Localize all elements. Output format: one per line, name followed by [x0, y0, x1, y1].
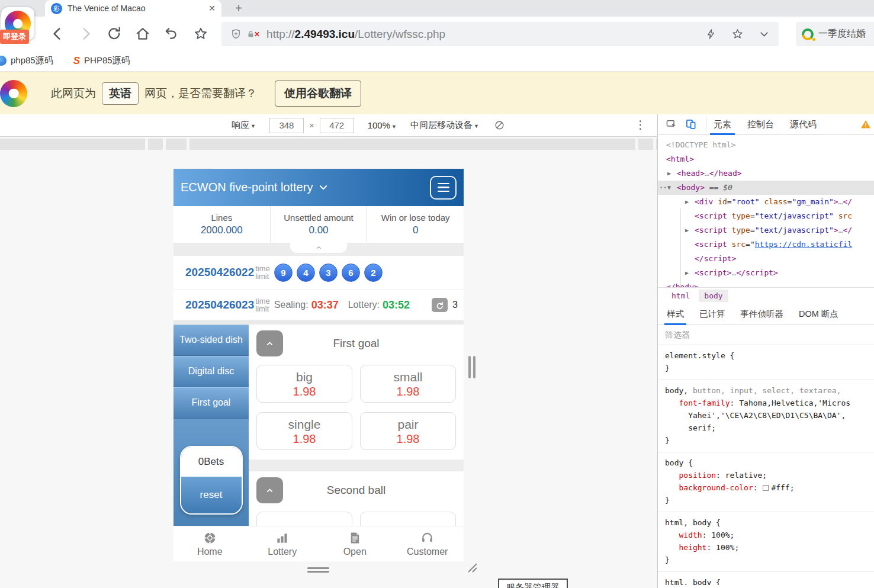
device-resize-handle-corner[interactable] — [467, 563, 478, 573]
device-resize-handle-bottom[interactable] — [307, 567, 329, 573]
devtools-tab-3[interactable]: 源代码 — [790, 114, 817, 135]
throttling-icon[interactable] — [494, 120, 505, 131]
css-rule[interactable]: body { position: relative; background-co… — [658, 452, 874, 512]
breadcrumb-body[interactable]: body — [699, 290, 728, 302]
styles-tab-4[interactable]: DOM 断点 — [799, 304, 838, 325]
favorite-star-icon[interactable] — [731, 28, 744, 40]
reset-button[interactable]: reset — [181, 477, 242, 513]
media-query-bar-segment[interactable] — [638, 139, 653, 150]
shield-plus-icon[interactable] — [230, 28, 242, 40]
chevron-down-icon[interactable] — [758, 28, 770, 40]
login-badge[interactable]: 即登录 — [0, 30, 29, 44]
expand-arrow-icon[interactable]: ▶ — [685, 223, 689, 237]
sidebar-item-two-sided-dish[interactable]: Two-sided dish — [173, 324, 249, 356]
new-tab-button[interactable]: + — [231, 1, 246, 16]
dom-node-line[interactable]: </body> — [658, 280, 874, 287]
browser-tab[interactable]: 彩 The Venice of Macao ✕ — [45, 0, 221, 17]
styles-tab-bar: 样式已计算事件侦听器DOM 断点 — [658, 304, 874, 325]
more-options-kebab-icon[interactable]: ⋮ — [635, 118, 646, 131]
bet-option-single[interactable]: single1.98 — [256, 412, 352, 450]
hamburger-menu-button[interactable] — [430, 176, 457, 200]
css-rule[interactable]: html, body { width: 100%; height: 100%;} — [658, 512, 874, 572]
nav-open[interactable]: Open — [319, 526, 391, 561]
bet-option-pair[interactable]: pair1.98 — [360, 412, 456, 450]
browser-tab-strip: 彩 The Venice of Macao ✕ + — [0, 0, 874, 17]
css-rule[interactable]: body, button, input, select, textarea, f… — [658, 380, 874, 452]
undo-button[interactable] — [163, 26, 179, 41]
dom-node-line[interactable]: ▶<head>…</head> — [658, 166, 874, 181]
styles-tab-3[interactable]: 事件侦听器 — [741, 304, 784, 325]
address-bar[interactable]: ✕ http://2.49493.icu/Lottery/wfssc.php — [221, 22, 779, 46]
search-box[interactable]: 一季度结婚 — [796, 22, 874, 46]
reload-button[interactable] — [107, 26, 122, 41]
expand-arrow-icon[interactable]: ▶ — [685, 195, 689, 209]
media-query-bar-segment[interactable] — [189, 139, 635, 150]
nav-lottery[interactable]: Lottery — [246, 526, 319, 561]
expand-arrow-icon[interactable]: ▶ — [667, 166, 671, 181]
dom-node-line[interactable]: •••▼<body> == $0 — [658, 181, 874, 195]
inspect-element-icon[interactable] — [666, 118, 677, 130]
dom-node-line[interactable]: <!DOCTYPE html> — [658, 138, 874, 152]
devtools-tab-1[interactable]: 元素 — [714, 114, 731, 135]
collapse-panel-tab[interactable] — [290, 243, 347, 253]
section-collapse-button[interactable] — [256, 330, 283, 356]
expand-arrow-icon[interactable]: ▶ — [685, 266, 689, 280]
section-collapse-button[interactable] — [256, 477, 283, 503]
forward-button[interactable] — [78, 26, 94, 41]
device-toolbar-toggle-icon[interactable] — [685, 118, 697, 130]
css-rule[interactable]: element.style {} — [658, 345, 874, 380]
warning-icon[interactable] — [860, 119, 871, 130]
home-button[interactable] — [135, 26, 150, 41]
zoom-dropdown[interactable]: 100%▼ — [368, 120, 397, 130]
search-query-text[interactable]: 一季度结婚 — [818, 28, 866, 40]
lightning-icon[interactable] — [705, 28, 717, 40]
dom-node-line[interactable]: ▶<script>…</script> — [658, 266, 874, 280]
styles-tab-2[interactable]: 已计算 — [699, 304, 725, 325]
color-swatch[interactable] — [763, 485, 769, 491]
account-stats-row: Lines 2000.000 Unsettled amount 0.00 Win… — [173, 206, 464, 243]
styles-filter-row[interactable]: 筛选器 — [658, 325, 874, 345]
dom-node-line[interactable]: ▶<div id="root" class="gm_main">…</ — [658, 195, 874, 209]
insecure-lock-icon[interactable]: ✕ — [246, 30, 260, 38]
breadcrumb-html[interactable]: html — [666, 290, 695, 302]
device-type-dropdown[interactable]: 中间层移动设备▼ — [410, 120, 479, 131]
dom-node-line[interactable]: <script src="https://cdn.staticfil — [658, 237, 874, 252]
device-mode-dropdown[interactable]: 响应▼ — [232, 120, 256, 131]
bookmark-item-PHP85[interactable]: S PHP85源码 — [73, 55, 130, 67]
back-button[interactable] — [50, 26, 65, 41]
dom-node-line[interactable]: </script> — [658, 252, 874, 266]
media-query-bar-segment[interactable] — [0, 139, 145, 150]
lottery-ball: 9 — [274, 264, 293, 282]
translate-language-select[interactable]: 英语 — [102, 82, 139, 105]
device-resize-handle-right[interactable] — [468, 356, 475, 378]
nav-home[interactable]: Home — [173, 526, 246, 561]
sealing-label: Sealing: — [274, 300, 309, 310]
bet-option-big[interactable]: big — [256, 512, 352, 526]
devtools-tab-2[interactable]: 控制台 — [747, 114, 774, 135]
media-query-bar-segment[interactable] — [166, 139, 187, 150]
expand-arrow-icon[interactable]: ▼ — [667, 181, 671, 195]
title-chevron-down-icon[interactable] — [318, 182, 329, 193]
styles-tab-1[interactable]: 样式 — [667, 304, 684, 325]
bookmark-star-button[interactable] — [193, 26, 208, 41]
nav-customer[interactable]: Customer — [391, 526, 464, 561]
viewport-width-input[interactable]: 348 — [269, 118, 304, 133]
dom-node-line[interactable]: ▶<script type="text/javascript">…</ — [658, 223, 874, 237]
bookmark-item-php85[interactable]: php85源码 — [0, 55, 53, 66]
lottery-title[interactable]: ECWON five-point lottery — [181, 181, 313, 194]
url-text[interactable]: http://2.49493.icu/Lottery/wfssc.php — [266, 28, 445, 41]
css-rule[interactable]: html, body { height: 100%; — [658, 572, 874, 585]
media-query-bar-segment[interactable] — [148, 139, 163, 150]
viewport-height-input[interactable]: 472 — [320, 118, 354, 133]
dom-node-line[interactable]: <script type="text/javascript" src — [658, 209, 874, 223]
bet-option-small[interactable]: small — [360, 512, 456, 526]
bet-option-big[interactable]: big1.98 — [256, 365, 352, 403]
google-translate-button[interactable]: 使用谷歌翻译 — [275, 81, 361, 107]
dom-node-line[interactable]: <html> — [658, 152, 874, 166]
tab-close-icon[interactable]: ✕ — [208, 4, 216, 13]
sidebar-item-first-goal[interactable]: First goal — [173, 387, 249, 419]
sidebar-item-digital-disc[interactable]: Digital disc — [173, 356, 249, 387]
refresh-button[interactable] — [432, 298, 448, 312]
translate-prefix-text: 此网页为 — [51, 86, 96, 101]
bet-option-small[interactable]: small1.98 — [360, 365, 456, 403]
